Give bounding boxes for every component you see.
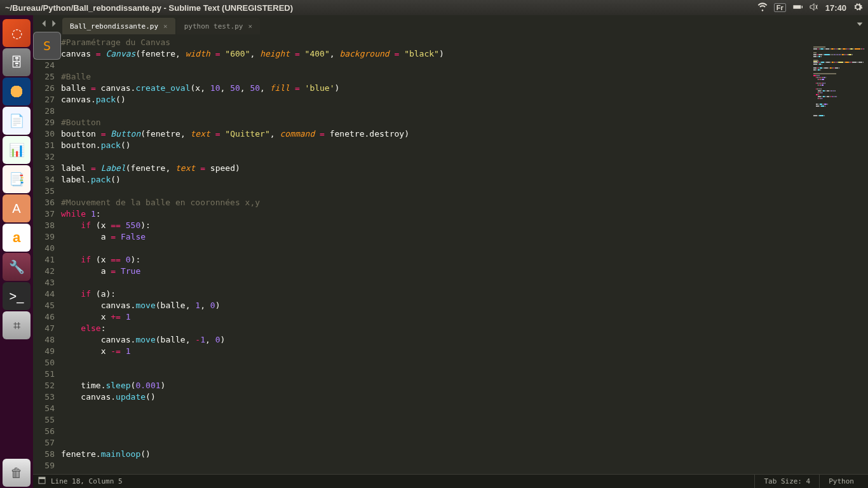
writer-icon: 📄 — [9, 113, 25, 128]
gear-icon[interactable] — [853, 2, 863, 14]
tab-size-button[interactable]: Tab Size: 4 — [754, 475, 819, 489]
launcher-amazon[interactable]: a — [3, 224, 31, 252]
nav-back-icon[interactable] — [39, 18, 48, 30]
system-indicators: Fr 17:40 — [757, 2, 863, 14]
line-number-gutter[interactable]: 22 23 24 25 26 27 28 29 30 31 32 33 34 3… — [33, 34, 61, 474]
panel-switcher-icon[interactable] — [38, 477, 46, 486]
status-bar: Line 18, Column 5 Tab Size: 4 Python — [33, 474, 868, 488]
dash-icon: ◌ — [11, 25, 22, 41]
editor-area: 22 23 24 25 26 27 28 29 30 31 32 33 34 3… — [33, 34, 868, 474]
wifi-icon[interactable] — [757, 2, 768, 14]
keyboard-layout-indicator[interactable]: Fr — [774, 3, 786, 12]
tab-close-icon[interactable]: × — [163, 22, 168, 30]
top-panel: ~/Bureau/Python/Ball_rebondissante.py - … — [0, 0, 868, 15]
launcher-firefox[interactable] — [3, 78, 31, 105]
tab-label: Ball_rebondissante.py — [70, 22, 158, 30]
tab-label: python test.py — [184, 22, 243, 30]
svg-rect-2 — [39, 477, 45, 479]
terminal-icon: >_ — [10, 289, 24, 304]
clock[interactable]: 17:40 — [825, 3, 846, 13]
files-icon: 🗄 — [10, 55, 23, 70]
svg-rect-0 — [794, 6, 799, 8]
calculator-icon: ⌗ — [13, 318, 20, 333]
amazon-icon: a — [13, 229, 20, 246]
tab-bar: Ball_rebondissante.py×python test.py× — [33, 15, 868, 34]
volume-icon[interactable] — [809, 2, 819, 14]
launcher-terminal[interactable]: >_ — [3, 282, 31, 310]
trash-icon: 🗑 — [10, 466, 23, 480]
settings-icon: 🔧 — [9, 259, 25, 274]
code-editor[interactable]: #Paramétrage du Canvascanvas = Canvas(fe… — [61, 34, 811, 474]
syntax-button[interactable]: Python — [819, 475, 863, 489]
launcher-calc[interactable]: 📊 — [3, 136, 31, 164]
nav-forward-icon[interactable] — [50, 18, 58, 30]
launcher-impress[interactable]: 📑 — [3, 165, 31, 193]
launcher-calculator[interactable]: ⌗ — [3, 311, 31, 339]
cursor-position[interactable]: Line 18, Column 5 — [51, 477, 123, 485]
tabs-dropdown-icon[interactable] — [855, 19, 864, 31]
launcher-trash[interactable]: 🗑 — [3, 459, 31, 487]
launcher-files[interactable]: 🗄 — [3, 48, 31, 76]
launcher-writer[interactable]: 📄 — [3, 107, 31, 135]
software-icon: A — [12, 201, 20, 216]
impress-icon: 📑 — [9, 172, 25, 187]
tab-close-icon[interactable]: × — [248, 22, 252, 30]
calc-icon: 📊 — [9, 142, 25, 158]
unity-launcher: ◌🗄📄📊📑Aa🔧S>_⌗ 🗑 — [0, 15, 33, 488]
launcher-sublime[interactable]: S — [33, 32, 61, 60]
launcher-software[interactable]: A — [3, 194, 31, 222]
launcher-dash[interactable]: ◌ — [3, 19, 31, 47]
tab-0[interactable]: Ball_rebondissante.py× — [62, 18, 175, 34]
window-title: ~/Bureau/Python/Ball_rebondissante.py - … — [5, 3, 757, 13]
tab-1[interactable]: python test.py× — [177, 18, 260, 34]
launcher-settings[interactable]: 🔧 — [3, 253, 31, 281]
sublime-window: Ball_rebondissante.py×python test.py× 22… — [33, 15, 868, 488]
minimap[interactable] — [811, 34, 868, 474]
sublime-icon: S — [43, 38, 51, 53]
battery-icon[interactable] — [792, 2, 803, 14]
